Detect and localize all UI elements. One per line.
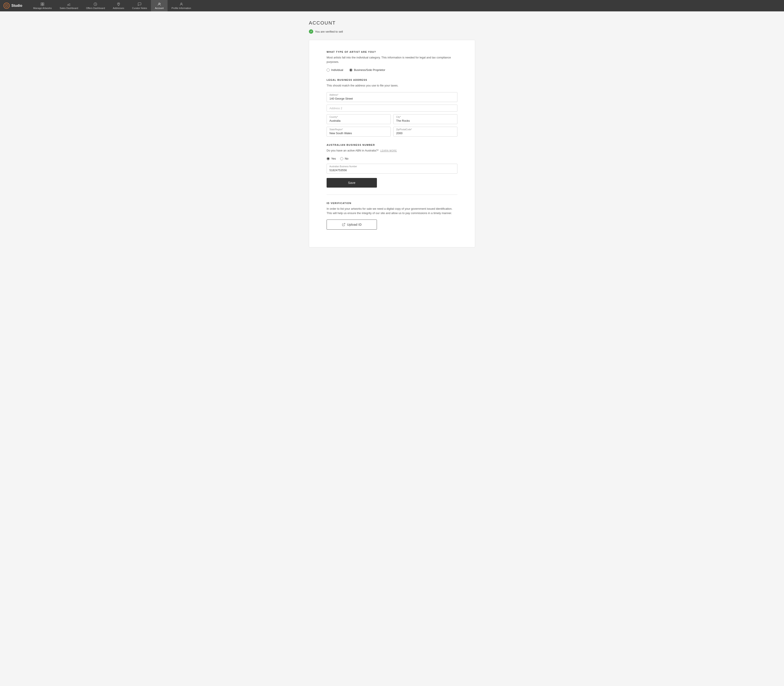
svg-rect-4 <box>42 3 44 4</box>
address1-label: Address* <box>329 94 455 96</box>
id-verification-section: ID VERIFICATION In order to list your ar… <box>327 202 457 230</box>
nav-item-manage-artworks[interactable]: Manage Artworks <box>29 0 56 11</box>
country-input[interactable] <box>329 119 388 122</box>
svg-point-13 <box>181 3 182 4</box>
zip-input[interactable] <box>396 132 455 135</box>
address2-input[interactable] <box>329 106 455 110</box>
account-card: WHAT TYPE OF ARTIST ARE YOU? Most artist… <box>309 40 475 247</box>
city-wrapper: City* <box>393 114 457 124</box>
nav-item-account[interactable]: Account <box>151 0 168 11</box>
address2-field-group <box>327 105 457 112</box>
zip-wrapper: Zip/PostalCode* <box>393 127 457 137</box>
nav-label-addresses: Addresses <box>113 7 124 10</box>
artist-type-individual-text: Individual <box>331 68 343 72</box>
artist-type-business-text: Business/Sole Proprietor <box>354 68 385 72</box>
upload-id-button[interactable]: Upload ID <box>327 220 377 230</box>
svg-line-14 <box>343 223 345 225</box>
artist-type-radio-group: Individual Business/Sole Proprietor <box>327 68 457 72</box>
nav-label-manage-artworks: Manage Artworks <box>33 7 52 10</box>
abn-no-text: No <box>345 157 349 160</box>
legal-address-description: This should match the address you use to… <box>327 83 457 88</box>
learn-more-link[interactable]: LEARN MORE <box>380 150 397 152</box>
nav-label-account: Account <box>155 7 164 10</box>
nav-label-curator-notes: Curator Notes <box>132 7 147 10</box>
abn-field-label: Australian Business Number <box>329 165 455 168</box>
nav-item-addresses[interactable]: Addresses <box>109 0 128 11</box>
svg-point-10 <box>158 3 160 4</box>
upload-id-label: Upload ID <box>347 223 362 226</box>
artist-type-individual-radio[interactable] <box>327 69 330 72</box>
abn-wrapper: Australian Business Number <box>327 164 457 173</box>
abn-section: AUSTRALIAN BUSINESS NUMBER Do you have a… <box>327 144 457 188</box>
abn-input[interactable] <box>329 168 455 172</box>
abn-yn-radio-group: Yes No <box>327 157 457 160</box>
navigation: Studio Manage Artworks Sales Dashboard O… <box>0 0 784 11</box>
nav-item-offers-dashboard[interactable]: Offers Dashboard <box>82 0 109 11</box>
address1-input[interactable] <box>329 97 455 100</box>
page-title: ACCOUNT <box>309 20 475 26</box>
logo-text: Studio <box>11 4 22 8</box>
section-divider <box>327 194 457 195</box>
city-input[interactable] <box>396 119 455 122</box>
artist-type-business-label[interactable]: Business/Sole Proprietor <box>349 68 385 72</box>
save-button[interactable]: Save <box>327 178 377 188</box>
abn-title: AUSTRALIAN BUSINESS NUMBER <box>327 144 457 146</box>
artist-type-business-radio[interactable] <box>349 69 352 72</box>
address1-field-group: Address* <box>327 92 457 102</box>
verified-text: You are verified to sell <box>315 30 343 33</box>
artist-type-individual-label[interactable]: Individual <box>327 68 343 72</box>
abn-no-label[interactable]: No <box>340 157 349 160</box>
logo[interactable]: Studio <box>3 3 22 9</box>
state-input[interactable] <box>329 132 388 135</box>
nav-label-offers-dashboard: Offers Dashboard <box>86 7 105 10</box>
nav-item-curator-notes[interactable]: Curator Notes <box>128 0 151 11</box>
svg-rect-6 <box>42 4 44 5</box>
zip-label: Zip/PostalCode* <box>396 128 455 131</box>
abn-yes-radio[interactable] <box>327 157 330 160</box>
verified-icon <box>309 29 313 34</box>
nav-item-profile-information[interactable]: Profile Information <box>168 0 195 11</box>
address2-wrapper <box>327 105 457 112</box>
page-content: ACCOUNT You are verified to sell WHAT TY… <box>305 11 479 260</box>
abn-no-radio[interactable] <box>340 157 343 160</box>
svg-point-2 <box>6 5 7 6</box>
nav-items: Manage Artworks Sales Dashboard Offers D… <box>29 0 781 11</box>
state-wrapper: State/Region* <box>327 127 391 137</box>
legal-address-section: LEGAL BUSINESS ADDRESS This should match… <box>327 78 457 137</box>
artist-type-section: WHAT TYPE OF ARTIST ARE YOU? Most artist… <box>327 51 457 72</box>
abn-yes-label[interactable]: Yes <box>327 157 336 160</box>
nav-label-profile-information: Profile Information <box>171 7 191 10</box>
abn-field-group: Australian Business Number <box>327 164 457 173</box>
svg-rect-5 <box>41 4 42 5</box>
country-wrapper: Country* <box>327 114 391 124</box>
upload-icon <box>342 223 346 226</box>
country-label: Country* <box>329 116 388 118</box>
address1-wrapper: Address* <box>327 92 457 102</box>
nav-label-sales-dashboard: Sales Dashboard <box>60 7 78 10</box>
state-zip-row: State/Region* Zip/PostalCode* <box>327 127 457 137</box>
state-label: State/Region* <box>329 128 388 131</box>
id-verification-title: ID VERIFICATION <box>327 202 457 204</box>
abn-yes-text: Yes <box>331 157 336 160</box>
country-city-row: Country* City* <box>327 114 457 124</box>
svg-point-9 <box>118 3 119 4</box>
artist-type-description: Most artists fall into the individual ca… <box>327 56 457 64</box>
legal-address-title: LEGAL BUSINESS ADDRESS <box>327 78 457 81</box>
nav-item-sales-dashboard[interactable]: Sales Dashboard <box>56 0 82 11</box>
artist-type-title: WHAT TYPE OF ARTIST ARE YOU? <box>327 51 457 53</box>
city-label: City* <box>396 116 455 118</box>
id-verification-description: In order to list your artworks for sale … <box>327 207 457 215</box>
abn-description: Do you have an active ABN in Australia?*… <box>327 149 457 153</box>
svg-rect-3 <box>41 3 42 4</box>
verified-badge: You are verified to sell <box>309 29 475 34</box>
